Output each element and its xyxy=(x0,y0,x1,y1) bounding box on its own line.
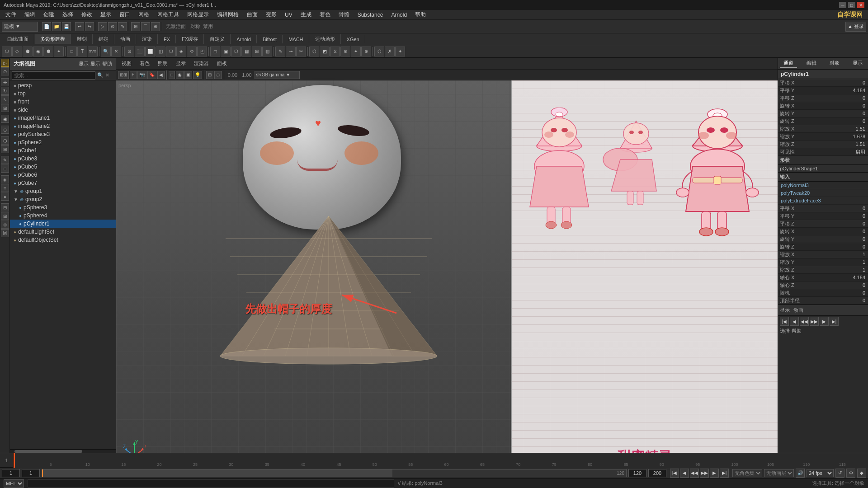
select-icon[interactable]: ▷ xyxy=(98,22,107,31)
tool-icon-svg[interactable]: SVG xyxy=(88,47,98,56)
unknown-tool-4[interactable]: M xyxy=(1,229,9,237)
keyed-btn[interactable]: ◆ xyxy=(857,469,866,478)
cb-step-fwd-btn[interactable]: ▶ xyxy=(820,317,829,326)
menu-modify[interactable]: 修改 xyxy=(78,10,96,19)
menu-meshdisp[interactable]: 网格显示 xyxy=(184,10,212,19)
cb-play-back-btn[interactable]: ◀◀ xyxy=(800,317,809,326)
tab-fx[interactable]: FX xyxy=(158,35,176,43)
total-end-input[interactable] xyxy=(648,469,666,477)
outliner-item-pcylinder1[interactable]: ● pCylinder1 xyxy=(10,220,116,228)
play-back-btn[interactable]: ◀◀ xyxy=(690,469,699,478)
goto-end-btn[interactable]: ▶| xyxy=(720,469,729,478)
tool-icon-17[interactable]: ⚙ xyxy=(187,47,197,56)
tool-icon-36[interactable]: ✦ xyxy=(395,47,405,56)
outliner-item-group1[interactable]: ▼ ⊕ group1 xyxy=(10,187,116,195)
tab-render[interactable]: 渲染 xyxy=(137,34,158,44)
tool-icon-28[interactable]: ⬡ xyxy=(309,47,319,56)
vp-btn-cam[interactable]: 📷 xyxy=(137,71,146,79)
menu-editmesh[interactable]: 编辑网格 xyxy=(213,10,242,19)
timeline-ruler[interactable]: 5 10 15 20 25 30 35 40 45 50 55 60 65 70… xyxy=(14,453,868,468)
vp-menu-show[interactable]: 显示 xyxy=(173,59,189,68)
tool-icon-8[interactable]: T xyxy=(77,47,87,56)
tab-motion[interactable]: 运动场形 xyxy=(310,34,341,44)
tool-icon-25[interactable]: ✎ xyxy=(275,47,285,56)
vp-btn-prev[interactable]: ◀ xyxy=(157,71,165,79)
channel-scale-x[interactable]: 缩放 X 1.51 xyxy=(778,125,868,133)
search-icon[interactable]: 🔍 xyxy=(97,72,104,78)
cb-prev-frame-btn[interactable]: |◀ xyxy=(780,317,789,326)
input-polyextrude3[interactable]: polyExtrudeFace3 xyxy=(778,197,868,205)
outliner-item-pcube7[interactable]: ● pCube7 xyxy=(10,179,116,187)
script-mode-selector[interactable]: MEL Python xyxy=(4,479,24,488)
maximize-button[interactable]: □ xyxy=(848,2,855,8)
ch-shape-ry[interactable]: 旋转 Y 0 xyxy=(778,235,868,243)
channel-tab-display[interactable]: 显示 xyxy=(849,59,866,68)
vp-btn-light[interactable]: 💡 xyxy=(193,71,202,79)
tab-custom[interactable]: 自定义 xyxy=(204,34,231,44)
vp-btn-persp[interactable]: P xyxy=(130,71,137,79)
channel-tab-edit[interactable]: 编辑 xyxy=(803,59,820,68)
range-start-input[interactable] xyxy=(22,469,40,477)
menu-generate[interactable]: 生成 xyxy=(297,10,315,19)
rotate-tool[interactable]: ↻ xyxy=(1,87,9,95)
channel-translate-z[interactable]: 平移 Z 0 xyxy=(778,94,868,102)
tool-icon-27[interactable]: ✂ xyxy=(296,47,306,56)
menu-file[interactable]: 文件 xyxy=(2,10,20,19)
close-button[interactable]: ✕ xyxy=(857,2,864,8)
ch-shape-sy[interactable]: 缩放 Y 1 xyxy=(778,258,868,266)
crease-btn[interactable]: ≡ xyxy=(1,184,9,192)
channel-scale-y[interactable]: 缩放 Y 1.678 xyxy=(778,133,868,141)
tab-fxcache[interactable]: FX缓存 xyxy=(176,34,204,44)
outliner-item-psphere2[interactable]: ● pSphere2 xyxy=(10,138,116,146)
outliner-scrollbar[interactable] xyxy=(10,449,116,453)
unknown-tool-3[interactable]: ⊕ xyxy=(1,221,9,229)
vp-menu-view[interactable]: 视图 xyxy=(119,59,134,68)
vp-btn-wireframe[interactable]: □ xyxy=(169,71,175,79)
paint-effects-btn[interactable]: ✎ xyxy=(1,156,9,164)
snap-grid-icon[interactable]: ⊞ xyxy=(131,22,140,31)
tab-bind[interactable]: 绑定 xyxy=(93,34,114,44)
tool-icon-32[interactable]: ✦ xyxy=(351,47,361,56)
unknown-tool-1[interactable]: ⊟ xyxy=(1,203,9,211)
scale-tool[interactable]: ⤡ xyxy=(1,95,9,103)
cb-play-fwd-btn[interactable]: ▶▶ xyxy=(810,317,819,326)
outliner-help-btn[interactable]: 帮助 xyxy=(102,61,112,67)
undo-icon[interactable]: ↩ xyxy=(75,22,84,31)
channel-translate-y[interactable]: 平移 Y 4.184 xyxy=(778,87,868,94)
outliner-item-imageplane2[interactable]: ● imagePlane2 xyxy=(10,122,116,130)
ch-shape-ty[interactable]: 平移 Y 0 xyxy=(778,212,868,220)
ch-shape-sx[interactable]: 缩放 X 1 xyxy=(778,251,868,258)
current-frame-input[interactable] xyxy=(2,469,20,477)
menu-help[interactable]: 帮助 xyxy=(411,10,429,19)
new-file-icon[interactable]: 📄 xyxy=(42,22,51,31)
menu-shade[interactable]: 着色 xyxy=(316,10,334,19)
tool-icon-15[interactable]: ⬡ xyxy=(166,47,176,56)
tool-icon-24[interactable]: ▥ xyxy=(262,47,272,56)
menu-uv[interactable]: UV xyxy=(281,11,296,19)
menu-mesh[interactable]: 网格 xyxy=(135,10,153,19)
tool-icon-35[interactable]: ✗ xyxy=(385,47,395,56)
outliner-item-psphere4[interactable]: ● pSphere4 xyxy=(10,211,116,220)
cb-help-btn[interactable]: 帮助 xyxy=(792,328,802,334)
tool-icon-12[interactable]: ⬛ xyxy=(135,47,145,56)
menu-substance[interactable]: Substance xyxy=(354,11,387,19)
lasso-tool[interactable]: ⊙ xyxy=(1,67,9,75)
redo-icon[interactable]: ↪ xyxy=(85,22,94,31)
step-back-btn[interactable]: ◀ xyxy=(680,469,689,478)
menu-deform[interactable]: 变形 xyxy=(262,10,280,19)
ch-shape-tz[interactable]: 平移 Z 0 xyxy=(778,220,868,228)
channel-scale-z[interactable]: 缩放 Z 1.51 xyxy=(778,141,868,148)
tool-icon-18[interactable]: ◰ xyxy=(197,47,207,56)
menu-select[interactable]: 选择 xyxy=(59,10,77,19)
outliner-item-group2[interactable]: ▼ ⊕ group2 xyxy=(10,195,116,203)
move-tool[interactable]: ✛ xyxy=(1,78,9,86)
playback-bar[interactable]: 120 xyxy=(42,469,627,477)
channel-rotate-z[interactable]: 旋转 Z 0 xyxy=(778,117,868,125)
settings-btn[interactable]: ⚙ xyxy=(846,469,855,478)
fps-selector[interactable]: 24 fps xyxy=(807,469,834,477)
outliner-item-imageplane1[interactable]: ● imagePlane1 xyxy=(10,114,116,122)
vp-menu-renderer[interactable]: 渲染器 xyxy=(191,59,212,68)
goto-start-btn[interactable]: |◀ xyxy=(670,469,679,478)
menu-display[interactable]: 显示 xyxy=(97,10,115,19)
save-icon[interactable]: 💾 xyxy=(62,22,71,31)
